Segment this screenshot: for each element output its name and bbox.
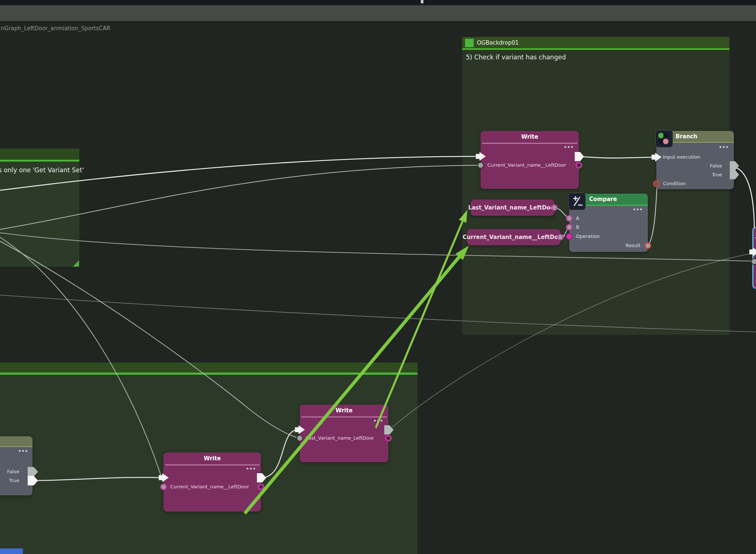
pin-label: A [576,215,579,221]
data-in-pin[interactable] [477,162,484,169]
data-in-pin[interactable] [751,258,756,265]
variable-node-last-variant[interactable]: Last_Variant_name_LeftDoor [471,200,554,216]
node-options-dots[interactable] [633,208,642,210]
data-in-pin[interactable] [160,484,167,490]
node-title: Write [300,407,388,414]
node-separator [301,416,387,418]
pin-label: True [712,172,722,177]
wire-write-bottom-to-write-mid[interactable] [262,430,298,478]
node-title: Write [481,134,579,140]
variable-out-pin[interactable] [557,234,564,240]
node-separator [165,464,260,465]
wire-true-to-write-bottom[interactable] [33,477,162,481]
node-header-line [0,446,32,447]
pin-label: Condition [663,181,686,186]
pin-label: Input execution [663,154,700,160]
node-branch-left[interactable]: False True [0,436,32,495]
data-out-pin[interactable] [385,435,392,442]
pin-label: Current_Variant_name__LeftDoor [170,484,249,489]
node-title: Branch [676,133,697,140]
pin-label: Last_Variant_name_LeftDoor [306,435,374,441]
wire-data-to-write-top[interactable] [0,165,478,229]
wire-false-to-right-node[interactable] [735,167,754,250]
pin-label: Current_Variant_name__LeftDoor [487,162,566,168]
node-header[interactable] [0,436,32,446]
node-options-dots[interactable] [564,146,573,148]
node-title: Write [164,455,261,462]
operation-in-pin[interactable] [566,233,573,240]
variable-label: Last_Variant_name_LeftDoor [468,204,557,211]
node-compare[interactable]: Compare A B Operation Result [569,194,648,252]
pin-label: False [7,469,19,474]
blue-indicator-bar [0,548,23,554]
node-separator [482,143,577,144]
node-options-dots[interactable] [719,146,728,148]
node-write-right-selected[interactable] [752,227,756,289]
condition-in-pin[interactable] [653,180,660,187]
wire-write-top-to-branch[interactable] [580,156,654,158]
data-out-pin[interactable] [575,162,582,169]
a-in-pin[interactable] [566,215,573,222]
graph-editor-canvas[interactable]: nGraph_LeftDoor_anmiation_SportsCAR s on… [0,0,756,554]
wire-result-to-condition[interactable] [649,185,657,245]
node-write-mid[interactable]: Write Last_Variant_name_LeftDoor [300,405,388,462]
wire-write-mid-out[interactable] [391,253,752,429]
node-options-dots[interactable] [247,468,255,470]
node-write-top[interactable]: Write Current_Variant_name__LeftDoor [481,131,579,189]
node-options-dots[interactable] [374,420,382,422]
branch-icon [655,130,673,148]
node-options-dots[interactable] [19,450,27,452]
data-out-pin[interactable] [258,484,264,490]
pin-label: Operation [576,233,600,239]
b-in-pin[interactable] [566,224,573,231]
data-in-pin[interactable] [296,435,303,442]
wire-curve-to-write-mid[interactable] [0,241,299,438]
pin-label: B [576,224,579,230]
wire-long-horizontal[interactable] [0,295,756,332]
variable-node-current-variant[interactable]: Current_Variant_name__LeftDoor [467,229,560,245]
wire-layer [0,0,756,554]
node-branch[interactable]: Branch Input execution False True Condit… [656,131,734,189]
pin-label: False [710,163,722,169]
variable-out-pin[interactable] [551,204,558,211]
wire-exec-to-write-top[interactable] [0,156,478,190]
result-out-pin[interactable] [645,242,651,249]
pin-label: True [9,478,19,483]
node-write-bottom[interactable]: Write Current_Variant_name__LeftDoor [164,453,261,512]
pin-label: Result [626,243,640,248]
variable-label: Current_Variant_name__LeftDoor [463,234,564,240]
compare-icon [568,193,586,210]
node-title: Compare [589,196,617,202]
